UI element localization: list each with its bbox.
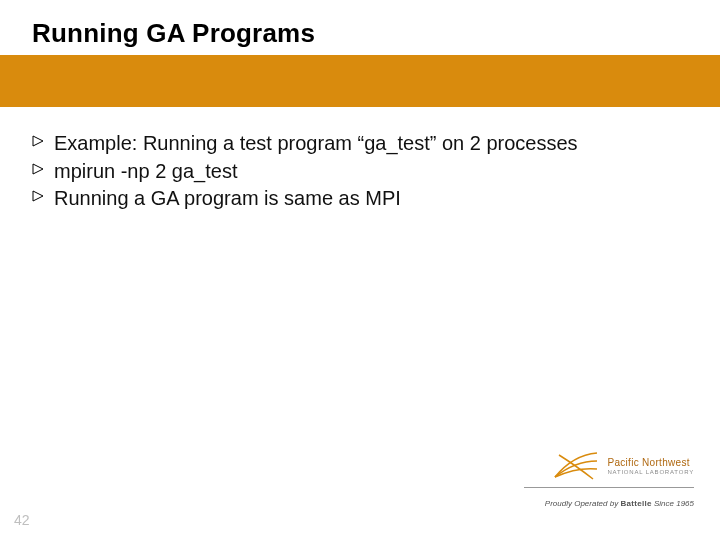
bullet-text: Example: Running a test program “ga_test… <box>54 131 578 157</box>
bullet-item: Running a GA program is same as MPI <box>32 186 680 212</box>
bullet-text: Running a GA program is same as MPI <box>54 186 401 212</box>
play-bullet-icon <box>32 190 46 202</box>
slide-title: Running GA Programs <box>32 18 720 49</box>
pnnl-logo: Pacific Northwest NATIONAL LABORATORY <box>524 451 694 481</box>
play-bullet-icon <box>32 163 46 175</box>
tagline-prefix: Proudly Operated by <box>545 499 621 508</box>
tagline-brand: Battelle <box>620 499 651 508</box>
org-name: Pacific Northwest <box>607 458 694 468</box>
org-subtitle: NATIONAL LABORATORY <box>607 469 694 475</box>
svg-marker-0 <box>33 136 43 146</box>
pnnl-text: Pacific Northwest NATIONAL LABORATORY <box>607 458 694 475</box>
tagline-suffix: Since 1965 <box>652 499 694 508</box>
bullet-text: mpirun -np 2 ga_test <box>54 159 237 185</box>
svg-marker-1 <box>33 164 43 174</box>
pnnl-swoosh-icon <box>553 451 599 481</box>
bullet-item: mpirun -np 2 ga_test <box>32 159 680 185</box>
accent-bar <box>0 55 720 107</box>
tagline-area: Proudly Operated by Battelle Since 1965 <box>524 487 694 510</box>
play-bullet-icon <box>32 135 46 147</box>
tagline: Proudly Operated by Battelle Since 1965 <box>545 499 694 508</box>
svg-marker-2 <box>33 191 43 201</box>
bullet-item: Example: Running a test program “ga_test… <box>32 131 680 157</box>
slide: Running GA Programs Example: Running a t… <box>0 0 720 540</box>
content-area: Example: Running a test program “ga_test… <box>0 107 720 212</box>
title-area: Running GA Programs <box>0 0 720 55</box>
slide-number: 42 <box>14 512 30 528</box>
footer-logo: Pacific Northwest NATIONAL LABORATORY Pr… <box>524 451 694 510</box>
